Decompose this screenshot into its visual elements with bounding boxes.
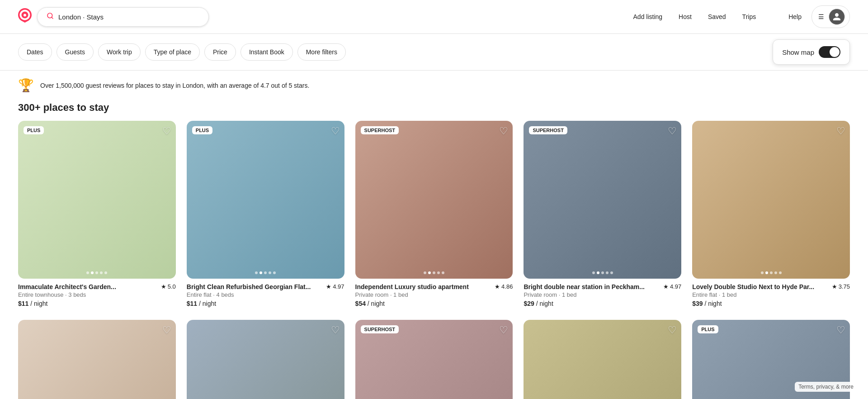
favorite-button[interactable]: ♡ [499,324,508,336]
work-trip-filter[interactable]: Work trip [98,43,141,61]
dot [433,271,435,274]
listings-grid: PLUS ♡ Immaculate Architect's Garden... … [0,121,868,399]
listing-title: Independent Luxury studio apartment [355,283,491,290]
listing-subtitle: Entire flat · 4 beds [187,291,344,298]
trophy-icon: 🏆 [18,78,34,93]
listing-info: Bright double near station in Peckham...… [524,279,681,309]
nav-add-listing[interactable]: Add listing [627,9,669,25]
airbnb-logo[interactable] [18,8,32,26]
listing-card[interactable]: ♡ Lovely Double Studio Next to Hyde Par.… [692,121,850,309]
listing-image: SUPERHOST ♡ [355,320,513,399]
listing-image: PLUS ♡ [187,121,344,279]
listing-subtitle: Entire townhouse · 3 beds [18,291,176,298]
search-text: London · Stays [58,13,104,21]
header-left: London · Stays [18,7,209,27]
listing-image: SUPERHOST ♡ [524,121,681,279]
price-amount: $39 [692,300,703,307]
listing-title-row: Independent Luxury studio apartment ★ 4.… [355,283,513,290]
listing-title-row: Lovely Double Studio Next to Hyde Par...… [692,283,850,290]
toggle-knob [830,47,840,57]
star-icon: ★ [663,283,669,290]
dot [601,271,604,274]
image-dots [524,271,681,274]
nav-host[interactable]: Host [672,9,698,25]
image-dots [355,271,513,274]
user-menu[interactable]: ☰ [811,5,850,28]
favorite-button[interactable]: ♡ [162,125,171,137]
listing-card[interactable]: ♡ Bright Modern Studio ★ 4.80 Entire fla… [18,320,176,399]
star-icon: ★ [161,283,166,290]
favorite-button[interactable]: ♡ [499,125,508,137]
listing-badge: SUPERHOST [361,325,399,333]
listing-title: Bright double near station in Peckham... [524,283,659,290]
favorite-button[interactable]: ♡ [331,324,340,336]
listing-info: Independent Luxury studio apartment ★ 4.… [355,279,513,309]
dot [437,271,440,274]
listing-rating: ★ 4.86 [495,283,513,290]
svg-line-1 [52,17,53,19]
listing-card[interactable]: SUPERHOST ♡ Cosy Room in Vibrant Neighbo… [355,320,513,399]
price-filter[interactable]: Price [204,43,236,61]
favorite-button[interactable]: ♡ [836,125,845,137]
listing-subtitle: Entire flat · 1 bed [692,291,850,298]
price-amount: $11 [18,300,28,307]
favorite-button[interactable]: ♡ [668,125,677,137]
listing-subtitle: Private room · 1 bed [355,291,513,298]
show-map-label: Show map [782,48,814,56]
nav-help[interactable]: Help [782,9,808,25]
more-filters-filter[interactable]: More filters [297,43,346,61]
listing-info: Bright Clean Refurbished Georgian Flat..… [187,279,344,309]
favorite-button[interactable]: ♡ [668,324,677,336]
star-icon: ★ [495,283,500,290]
nav-saved[interactable]: Saved [702,9,732,25]
results-count: 300+ places to stay [18,102,850,114]
listing-card[interactable]: PLUS ♡ Immaculate Architect's Garden... … [18,121,176,309]
search-bar[interactable]: London · Stays [37,7,209,27]
listing-card[interactable]: ♡ Modern Loft Near City Centre ★ 4.88 En… [524,320,681,399]
dot [606,271,609,274]
listing-image: ♡ [524,320,681,399]
dot [610,271,613,274]
favorite-button[interactable]: ♡ [162,324,171,336]
image-dots [18,271,176,274]
listing-image: ♡ [692,121,850,279]
nav-messages[interactable] [766,12,778,21]
dot [424,271,426,274]
image-dots [187,271,344,274]
instant-book-filter[interactable]: Instant Book [241,43,293,61]
listing-card[interactable]: ♡ Stylish Apartment Central London ★ 4.9… [187,320,344,399]
listing-price: $11 / night [18,300,176,307]
dot [273,271,276,274]
footer-terms[interactable]: Terms, privacy, & more [795,382,857,392]
dot [761,271,764,274]
star-icon: ★ [832,283,837,290]
show-map-switch[interactable] [819,46,840,58]
listing-badge: SUPERHOST [529,126,567,134]
listing-info: Immaculate Architect's Garden... ★ 5.0 E… [18,279,176,309]
dot [91,271,94,274]
listing-image: PLUS ♡ [18,121,176,279]
avatar [829,9,845,25]
listing-title-row: Bright Clean Refurbished Georgian Flat..… [187,283,344,290]
dates-filter[interactable]: Dates [18,43,52,61]
nav-trips[interactable]: Trips [736,9,763,25]
listing-rating: ★ 4.97 [326,283,344,290]
listing-badge: PLUS [192,126,212,134]
dot [592,271,595,274]
dot [774,271,777,274]
guests-filter[interactable]: Guests [57,43,94,61]
listing-rating: ★ 5.0 [161,283,176,290]
listing-image: ♡ [187,320,344,399]
favorite-button[interactable]: ♡ [836,324,845,336]
listing-badge: SUPERHOST [361,126,399,134]
listing-card[interactable]: PLUS ♡ Bright Clean Refurbished Georgian… [187,121,344,309]
favorite-button[interactable]: ♡ [331,125,340,137]
listing-title: Immaculate Architect's Garden... [18,283,157,290]
rating-value: 5.0 [168,283,176,290]
listing-image: ♡ [18,320,176,399]
listing-title: Bright Clean Refurbished Georgian Flat..… [187,283,322,290]
type-of-place-filter[interactable]: Type of place [145,43,200,61]
listing-card[interactable]: SUPERHOST ♡ Independent Luxury studio ap… [355,121,513,309]
show-map-toggle[interactable]: Show map [773,39,850,65]
listing-card[interactable]: SUPERHOST ♡ Bright double near station i… [524,121,681,309]
